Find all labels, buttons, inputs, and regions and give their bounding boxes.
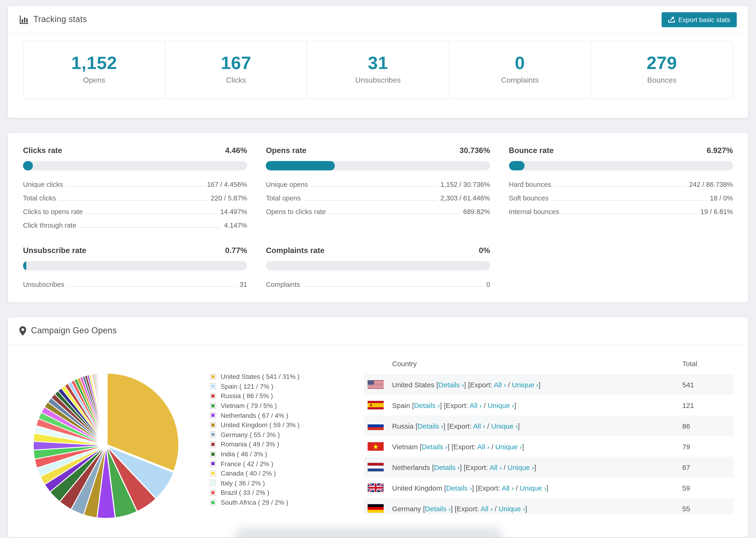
export-unique-link[interactable]: Unique › [499,505,525,512]
bracket: ] [Export: [451,505,481,512]
legend-label: Romania ( 49 / 3% ) [221,441,279,448]
flag-gb-icon [368,484,385,492]
bracket: ] [525,505,527,512]
total-value: 55 [678,498,734,514]
country-name: United Kingdom [392,484,444,492]
flag-cell [364,498,388,514]
dotted-leader [329,214,460,214]
rate-detail-row-unique-clicks: Unique clicks167 / 4.456% [23,181,247,188]
dotted-leader [311,187,437,187]
legend-label: Russia ( 86 / 5% ) [221,392,273,400]
export-unique-link[interactable]: Unique › [488,401,514,409]
country-cell: Russia [Details ›] [Export: All › / Uniq… [388,415,678,436]
stat-label: Bounces [591,76,732,84]
legend-item-united-states: United States ( 541 / 31% ) [210,372,364,381]
export-all-link[interactable]: All › [477,443,490,451]
rate-block-clicks-rate: Clicks rate4.46%Unique clicks167 / 4.456… [23,146,247,229]
detail-label: Opens to clicks rate [266,208,326,215]
detail-value: 242 / 86.738% [689,181,733,188]
export-unique-link[interactable]: Unique › [491,422,518,430]
rate-head: Opens rate30.736% [266,146,490,155]
table-row-vietnam: Vietnam [Details ›] [Export: All › / Uni… [364,436,734,457]
legend-label: United States ( 541 / 31% ) [221,373,299,381]
table-row-spain: Spain [Details ›] [Export: All › / Uniqu… [364,395,734,415]
col-flag [364,354,388,374]
details-link[interactable]: Details › [434,463,460,471]
dotted-leader [80,227,221,228]
rates-card: Clicks rate4.46%Unique clicks167 / 4.456… [8,133,748,303]
rate-head: Bounce rate6.927% [509,146,733,155]
legend-item-spain: Spain ( 121 / 7% ) [210,381,364,391]
export-all-link[interactable]: All › [490,463,502,471]
slash: / [485,422,491,430]
country-name: United States [392,381,436,389]
legend-label: Brazil ( 33 / 2% ) [221,489,269,497]
progress-track [23,161,247,170]
legend-label: France ( 42 / 2% ) [221,460,273,467]
export-all-link[interactable]: All › [494,381,506,389]
rate-detail-row-internal-bounces: Internal bounces19 / 6.81% [509,208,733,215]
tracking-stats-card: Tracking stats Export basic stats 1,152O… [8,6,748,118]
dotted-leader [552,200,707,200]
geo-legend: United States ( 541 / 31% )Spain ( 121 /… [210,354,364,525]
geo-header: Campaign Geo Opens [8,317,748,345]
details-link[interactable]: Details › [414,401,440,409]
bracket: [ [420,443,422,451]
bracket: ] [Export: [448,443,477,451]
country-cell: United Kingdom [Details ›] [Export: All … [388,477,678,498]
rate-block-opens-rate: Opens rate30.736%Unique opens1,152 / 30.… [266,146,490,229]
detail-label: Unsubscribes [23,281,64,288]
legend-swatch [210,383,216,389]
export-unique-link[interactable]: Unique › [520,484,546,492]
legend-label: Vietnam ( 79 / 5% ) [221,402,277,409]
export-all-link[interactable]: All › [481,505,493,512]
legend-swatch [210,460,216,467]
detail-value: 31 [240,281,247,288]
legend-label: Italy ( 36 / 2% ) [221,479,265,487]
detail-label: Click through rate [23,222,76,229]
export-all-link[interactable]: All › [469,401,482,409]
detail-value: 19 / 6.81% [700,208,733,215]
detail-value: 2,303 / 61.446% [441,194,490,202]
legend-label: Netherlands ( 67 / 4% ) [221,411,288,419]
rate-detail-row-clicks-to-opens-rate: Clicks to opens rate14.497% [23,208,247,215]
export-unique-link[interactable]: Unique › [512,381,538,389]
rate-block-bounce-rate: Bounce rate6.927%Hard bounces242 / 86.73… [509,146,733,229]
legend-swatch [210,432,216,438]
detail-value: 220 / 5.87% [211,194,247,202]
geo-table-body: United States [Details ›] [Export: All ›… [364,374,734,514]
export-all-link[interactable]: All › [473,422,485,430]
export-basic-stats-button[interactable]: Export basic stats [661,12,737,27]
geo-table-head: Country Total [364,354,734,374]
country-cell: Spain [Details ›] [Export: All › / Uniqu… [388,395,678,415]
details-link[interactable]: Details › [438,381,464,389]
rate-title: Opens rate [266,146,306,155]
details-link[interactable]: Details › [446,484,472,492]
bracket: ] [546,484,548,492]
tracking-stats-header: Tracking stats Export basic stats [8,6,748,33]
export-unique-link[interactable]: Unique › [495,443,522,451]
rate-block-complaints-rate: Complaints rate0%Complaints0 [266,246,490,288]
rate-value: 0.77% [225,246,247,255]
slash: / [493,505,499,512]
bracket: ] [539,381,540,389]
dotted-leader [563,214,697,214]
dotted-leader [59,200,207,200]
dashboard-page: Tracking stats Export basic stats 1,152O… [0,0,756,538]
geo-body: United States ( 541 / 31% )Spain ( 121 /… [8,345,748,525]
country-name: Vietnam [392,443,420,451]
details-link[interactable]: Details › [422,443,448,451]
detail-label: Complaints [266,281,300,288]
details-link[interactable]: Details › [417,422,443,430]
detail-label: Hard bounces [509,181,551,188]
detail-label: Unique opens [266,181,308,188]
export-all-link[interactable]: All › [502,484,514,492]
legend-label: India ( 46 / 3% ) [221,450,267,458]
geo-pie-chart [28,368,184,523]
detail-value: 4.147% [224,222,247,229]
export-unique-link[interactable]: Unique › [508,463,534,471]
stat-box-complaints: 0Complaints [449,41,591,99]
details-link[interactable]: Details › [425,505,451,512]
bracket: [ [423,505,425,512]
legend-swatch [210,499,216,506]
